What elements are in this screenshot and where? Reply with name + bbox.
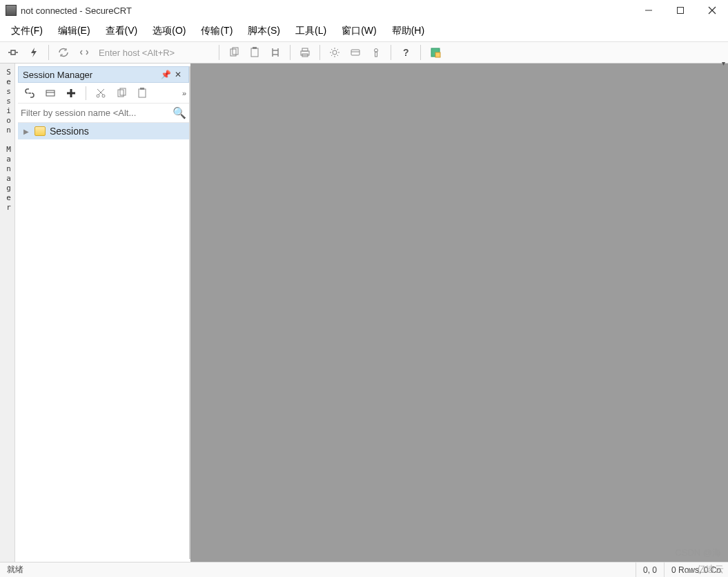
- settings-icon[interactable]: [326, 43, 344, 61]
- copy-icon[interactable]: [225, 43, 243, 61]
- svg-rect-12: [351, 50, 360, 55]
- chevron-right-icon[interactable]: ▶: [22, 128, 30, 135]
- vertical-tab-session-manager[interactable]: Session Manager: [0, 63, 15, 562]
- svg-point-24: [102, 95, 105, 97]
- paste-session-icon[interactable]: [133, 84, 151, 102]
- window-title: not connected - SecureCRT: [21, 6, 633, 16]
- separator: [420, 45, 421, 60]
- menu-window[interactable]: 窗口(W): [336, 22, 382, 40]
- separator: [219, 45, 219, 60]
- svg-rect-15: [375, 52, 377, 57]
- disconnect-icon[interactable]: [75, 43, 93, 61]
- connect-icon[interactable]: [4, 43, 22, 61]
- svg-rect-18: [435, 52, 440, 57]
- close-button[interactable]: [696, 0, 728, 21]
- find-icon[interactable]: [266, 43, 284, 61]
- svg-rect-9: [302, 48, 308, 51]
- statusbar: 就绪 0, 0 0 Rows, 0 Co: [0, 562, 728, 577]
- new-folder-icon[interactable]: [62, 84, 80, 102]
- main-area: Session Manager Session Manager 📌 ✕ » 🔍 …: [0, 63, 728, 562]
- keymap-icon[interactable]: [367, 43, 385, 61]
- session-tree[interactable]: ▶ Sessions: [18, 123, 189, 559]
- host-input[interactable]: Enter host <Alt+R>: [96, 46, 213, 59]
- main-toolbar: Enter host <Alt+R> ?: [0, 41, 728, 63]
- menu-edit[interactable]: 编辑(E): [52, 22, 96, 40]
- window-buttons: [633, 0, 728, 21]
- watermark: CSDN @海: [675, 547, 721, 559]
- quick-connect-icon[interactable]: [25, 43, 43, 61]
- session-manager-panel: Session Manager 📌 ✕ » 🔍 ▶ Sessions: [18, 66, 190, 559]
- panel-overflow-icon[interactable]: »: [182, 89, 186, 97]
- session-options-icon[interactable]: [346, 43, 364, 61]
- menubar: 文件(F) 编辑(E) 查看(V) 选项(O) 传输(T) 脚本(S) 工具(L…: [0, 21, 728, 41]
- minimize-button[interactable]: [633, 0, 665, 21]
- print-icon[interactable]: [296, 43, 314, 61]
- svg-text:?: ?: [403, 47, 409, 58]
- status-position: 0, 0: [636, 563, 664, 577]
- filter-row: 🔍: [18, 104, 189, 123]
- status-ready: 就绪: [0, 564, 636, 576]
- link-icon[interactable]: [21, 84, 39, 102]
- cloud-icon: ☁: [685, 565, 694, 575]
- panel-title: Session Manager: [23, 70, 159, 80]
- menu-help[interactable]: 帮助(H): [386, 22, 430, 40]
- cut-icon[interactable]: [92, 84, 110, 102]
- panel-toolbar: »: [18, 83, 189, 104]
- separator: [391, 45, 391, 60]
- app-icon: [6, 5, 17, 16]
- svg-point-23: [97, 95, 99, 97]
- separator: [86, 86, 86, 100]
- titlebar: not connected - SecureCRT: [0, 0, 728, 21]
- svg-rect-19: [46, 90, 55, 96]
- pin-icon[interactable]: 📌: [159, 68, 172, 81]
- paste-icon[interactable]: [246, 43, 264, 61]
- menu-options[interactable]: 选项(O): [147, 22, 191, 40]
- svg-rect-27: [139, 89, 146, 97]
- toolbar-overflow-icon[interactable]: ▾: [719, 58, 728, 68]
- tree-root-sessions[interactable]: ▶ Sessions: [18, 123, 189, 139]
- search-icon[interactable]: 🔍: [173, 106, 186, 119]
- menu-tools[interactable]: 工具(L): [290, 22, 332, 40]
- menu-script[interactable]: 脚本(S): [242, 22, 286, 40]
- help-icon[interactable]: ?: [397, 43, 415, 61]
- maximize-button[interactable]: [665, 0, 696, 21]
- separator: [48, 45, 49, 60]
- svg-rect-7: [253, 47, 257, 49]
- cloud-watermark: ☁ 亿速云: [685, 563, 724, 576]
- menu-transfer[interactable]: 传输(T): [195, 22, 238, 40]
- svg-point-11: [333, 50, 337, 55]
- copy-session-icon[interactable]: [112, 84, 130, 102]
- tree-item-label: Sessions: [50, 126, 89, 137]
- activator-icon[interactable]: [426, 43, 444, 61]
- separator: [319, 45, 320, 60]
- separator: [290, 45, 291, 60]
- folder-icon: [35, 126, 46, 136]
- panel-header: Session Manager 📌 ✕: [18, 66, 189, 83]
- reconnect-icon[interactable]: [55, 43, 72, 61]
- menu-file[interactable]: 文件(F): [6, 22, 48, 40]
- terminal-area[interactable]: [190, 63, 728, 562]
- svg-rect-6: [251, 48, 258, 57]
- svg-rect-1: [678, 8, 684, 14]
- svg-rect-28: [140, 88, 144, 90]
- filter-input[interactable]: [21, 108, 173, 118]
- new-session-icon[interactable]: [41, 84, 59, 102]
- close-icon[interactable]: ✕: [172, 68, 184, 81]
- menu-view[interactable]: 查看(V): [100, 22, 144, 40]
